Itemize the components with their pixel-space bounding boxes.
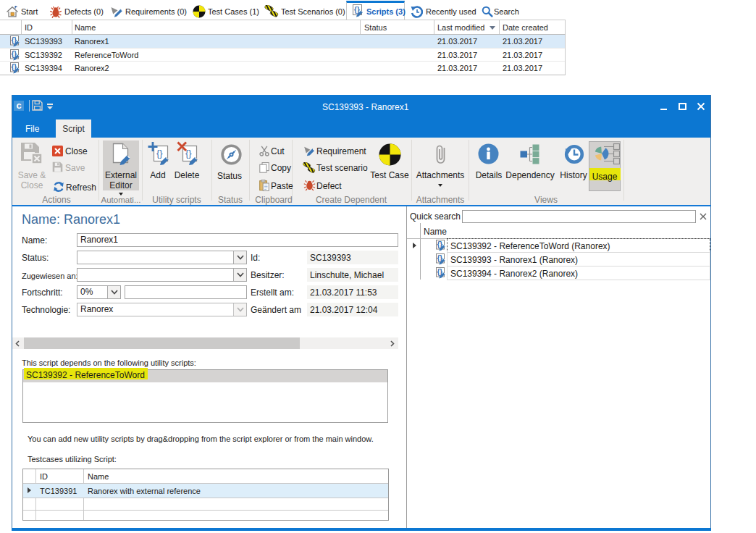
svg-text:{}: {} (185, 148, 192, 159)
svg-text:{}: {} (156, 148, 163, 159)
